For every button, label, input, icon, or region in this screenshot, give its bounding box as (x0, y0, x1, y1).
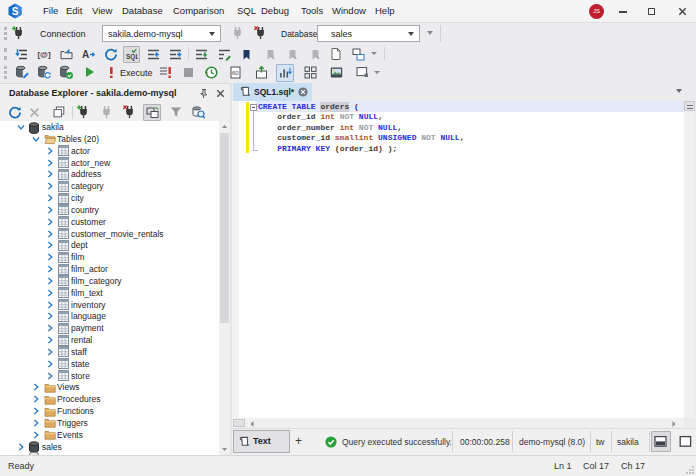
svg-text:S: S (12, 6, 19, 17)
svg-text:60: 60 (232, 70, 239, 76)
svg-text:A: A (82, 49, 89, 60)
svg-text:SQL: SQL (126, 53, 138, 61)
